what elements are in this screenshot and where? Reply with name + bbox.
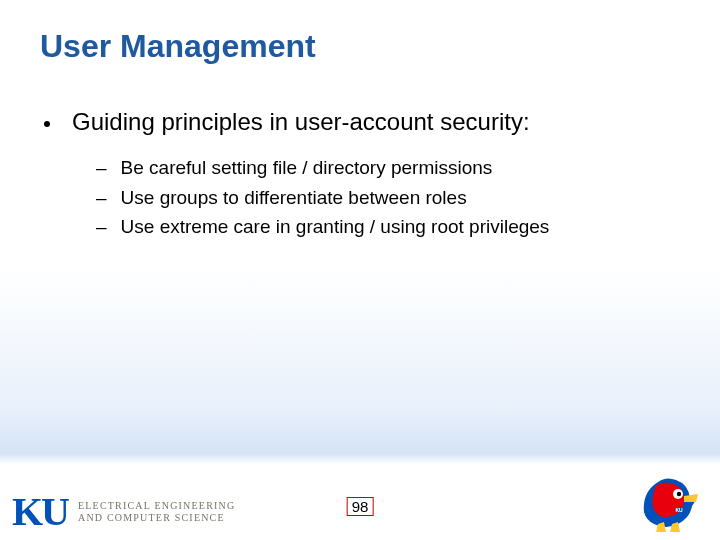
bullet-dash-icon: – (96, 214, 107, 240)
bullet-dash-icon: – (96, 155, 107, 181)
bullet-level1: Guiding principles in user-account secur… (44, 108, 680, 136)
bullet-level2-text: Use groups to differentiate between role… (121, 185, 467, 211)
bullet-level2-text: Use extreme care in granting / using roo… (121, 214, 550, 240)
ku-wordmark: KU (12, 494, 68, 530)
bullet-level2: – Use groups to differentiate between ro… (96, 185, 680, 211)
sub-bullet-list: – Be careful setting file / directory pe… (96, 155, 680, 244)
bullet-level2-text: Be careful setting file / directory perm… (121, 155, 493, 181)
footer-left-logo: KU ELECTRICAL ENGINEERING AND COMPUTER S… (12, 494, 235, 530)
bullet-dot-icon (44, 121, 50, 127)
department-line2: AND COMPUTER SCIENCE (78, 512, 235, 525)
department-line1: ELECTRICAL ENGINEERING (78, 500, 235, 513)
bullet-level2: – Use extreme care in granting / using r… (96, 214, 680, 240)
slide: User Management Guiding principles in us… (0, 0, 720, 540)
jayhawk-mascot-icon: KU (636, 472, 702, 532)
bullet-level1-text: Guiding principles in user-account secur… (72, 108, 530, 136)
bullet-level2: – Be careful setting file / directory pe… (96, 155, 680, 181)
page-number: 98 (347, 497, 374, 516)
slide-title: User Management (40, 28, 316, 65)
department-name: ELECTRICAL ENGINEERING AND COMPUTER SCIE… (78, 500, 235, 525)
svg-text:KU: KU (675, 507, 683, 513)
svg-point-1 (677, 492, 681, 496)
bullet-dash-icon: – (96, 185, 107, 211)
